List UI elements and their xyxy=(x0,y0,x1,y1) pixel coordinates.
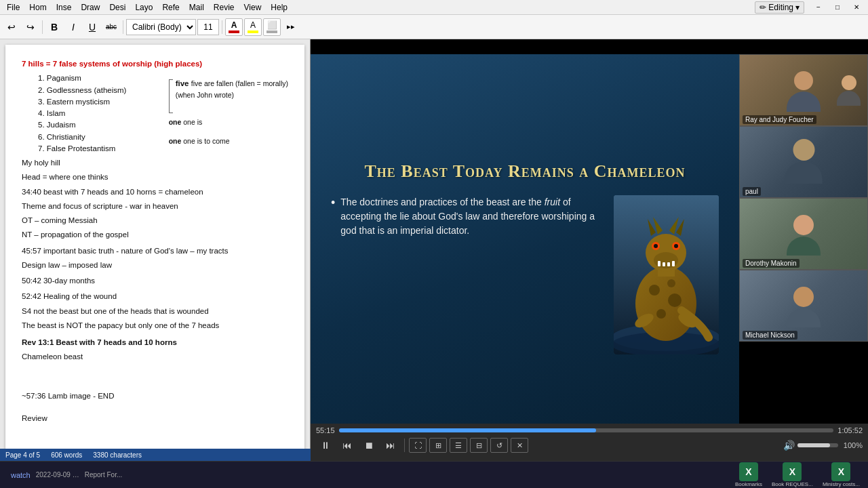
volume-fill xyxy=(797,443,830,447)
svg-point-4 xyxy=(649,285,660,296)
underline-button[interactable]: U xyxy=(83,18,101,36)
subtitle-button[interactable]: ⊟ xyxy=(470,438,488,453)
person-silhouette-4 xyxy=(787,287,821,327)
slide-content: • The doctrines and practices of the bea… xyxy=(331,195,719,354)
list-with-bracket: 1. Paganism 2. Godlessness (atheism) 3. … xyxy=(22,73,288,155)
chameleon-line: Chameleon beast xyxy=(22,351,288,363)
separator-1 xyxy=(42,20,43,34)
char-count: 3380 characters xyxy=(93,451,142,459)
person-2-tile xyxy=(837,75,861,106)
heading-7hills: 7 hills = 7 false systems of worship (hi… xyxy=(22,58,288,70)
redo-button[interactable]: ↪ xyxy=(22,18,39,36)
undo-button[interactable]: ↩ xyxy=(3,18,20,36)
five-label-row: five five are fallen (fallen = morally) … xyxy=(169,78,288,113)
skip-forward-button[interactable]: ⏭ xyxy=(381,437,400,453)
minimize-button[interactable]: − xyxy=(810,0,827,16)
slide-bullet: • The doctrines and practices of the bea… xyxy=(331,195,600,238)
layout-button[interactable]: ⊞ xyxy=(429,438,447,453)
menu-file[interactable]: File xyxy=(3,1,24,14)
video-tile-dorothy: Dorothy Makonin xyxy=(739,198,868,270)
chapters-button[interactable]: ☰ xyxy=(450,438,467,453)
close-media-button[interactable]: ✕ xyxy=(511,438,528,453)
font-size-input[interactable] xyxy=(197,19,219,35)
time-45: 45:57 important basic truth - nature of … xyxy=(22,245,288,257)
menu-home[interactable]: Hom xyxy=(25,1,50,14)
page-info: Page 4 of 5 xyxy=(5,451,40,459)
taskbar-excel-2[interactable]: X Book REQUES... xyxy=(769,461,816,488)
svg-rect-19 xyxy=(658,261,660,266)
menu-review[interactable]: Revie xyxy=(210,1,239,14)
s54-line: S4 not the beast but one of the heads th… xyxy=(22,306,288,317)
footer-watch[interactable]: watch xyxy=(11,471,31,479)
menu-layout[interactable]: Layo xyxy=(131,1,157,14)
highlight-color-button[interactable]: A xyxy=(244,18,262,36)
beast-visual xyxy=(614,195,719,354)
taskbar-label-2: Book REQUES... xyxy=(772,481,813,487)
menu-mailings[interactable]: Mail xyxy=(185,1,208,14)
fullscreen-button[interactable]: ⛶ xyxy=(409,438,427,453)
taskbar-label-3: Ministry costs... xyxy=(823,481,860,487)
svg-point-7 xyxy=(667,279,675,287)
person-body-3 xyxy=(787,237,821,256)
beast-line: 34:40 beast with 7 heads and 10 horns = … xyxy=(22,186,288,198)
design-law: Design law – imposed law xyxy=(22,260,288,271)
video-label-ray-judy: Ray and Judy Foucher xyxy=(743,115,816,124)
strikethrough-button[interactable]: abc xyxy=(102,18,120,36)
list-column: 1. Paganism 2. Godlessness (atheism) 3. … xyxy=(22,73,163,155)
shading-color-button[interactable]: ⬜ xyxy=(263,18,281,36)
menu-help[interactable]: Help xyxy=(267,1,292,14)
menu-references[interactable]: Refe xyxy=(158,1,183,14)
list-item-1: 1. Paganism xyxy=(38,73,163,84)
bullet-icon: • xyxy=(331,194,335,212)
document-scroll[interactable]: 7 hills = 7 false systems of worship (hi… xyxy=(0,39,310,461)
taskbar-excel-3[interactable]: X Ministry costs... xyxy=(820,461,863,488)
video-label-dorothy: Dorothy Makonin xyxy=(743,259,800,268)
footer-report[interactable]: Report For... xyxy=(85,471,123,479)
excel-icon-3: X xyxy=(831,462,850,481)
font-color-button[interactable]: A xyxy=(225,18,243,36)
editing-mode-dropdown[interactable]: ✏ Editing ▾ xyxy=(755,1,804,14)
one-come-label: one one is to come xyxy=(169,136,288,147)
rev-heading-text: Rev 13:1 Beast with 7 heads and 10 horns xyxy=(22,338,177,346)
menu-insert[interactable]: Inse xyxy=(52,1,76,14)
maximize-button[interactable]: □ xyxy=(829,0,846,16)
volume-bar[interactable] xyxy=(797,443,838,447)
close-button[interactable]: ✕ xyxy=(848,0,865,16)
bracket-sub-label: (when John wrote) xyxy=(176,90,288,101)
volume-icon[interactable]: 🔊 xyxy=(783,440,795,451)
skip-back-button[interactable]: ⏮ xyxy=(338,437,357,453)
time-50: 50:42 30-day months xyxy=(22,275,288,287)
more-tools-button[interactable]: ▸▸ xyxy=(282,18,300,36)
bracket-labels: five five are fallen (fallen = morally) … xyxy=(169,73,288,155)
video-tile-paul: paul xyxy=(739,126,868,198)
ot-line: OT – coming Messiah xyxy=(22,215,288,226)
menu-draw[interactable]: Draw xyxy=(77,1,104,14)
pencil-icon: ✏ xyxy=(760,3,766,12)
progress-track[interactable] xyxy=(339,428,834,432)
play-pause-button[interactable]: ⏸ xyxy=(316,437,335,453)
svg-rect-20 xyxy=(663,262,665,266)
slide-beast-image xyxy=(614,195,719,354)
beast-svg xyxy=(614,195,719,354)
menu-view[interactable]: View xyxy=(240,1,266,14)
progress-bar-container: 55:15 1:05:52 xyxy=(316,426,863,434)
italic-button[interactable]: I xyxy=(64,18,82,36)
bold-button[interactable]: B xyxy=(45,18,63,36)
loop-button[interactable]: ↺ xyxy=(490,438,508,453)
nt-line: NT – propagation of the gospel xyxy=(22,229,288,241)
video-tile-ray-judy: Ray and Judy Foucher xyxy=(739,54,868,126)
slide-text-area: • The doctrines and practices of the bea… xyxy=(331,195,600,238)
person-body-4 xyxy=(787,308,821,327)
ctrl-separator-1 xyxy=(404,439,405,452)
taskbar-excel-1[interactable]: X Bookmarks xyxy=(732,461,765,488)
person-silhouette-3 xyxy=(787,215,821,256)
my-holy-hill: My holy hill xyxy=(22,157,288,169)
font-family-select[interactable]: Calibri (Body) xyxy=(126,19,196,35)
document-page: 7 hills = 7 false systems of worship (hi… xyxy=(5,45,304,451)
editing-mode-label: Editing xyxy=(768,3,793,12)
svg-point-6 xyxy=(656,309,666,319)
list-item-7-row: 7. False Protestantism xyxy=(38,143,163,155)
separator-2 xyxy=(123,20,123,34)
menu-design[interactable]: Desi xyxy=(105,1,130,14)
stop-button[interactable]: ⏹ xyxy=(359,437,378,453)
